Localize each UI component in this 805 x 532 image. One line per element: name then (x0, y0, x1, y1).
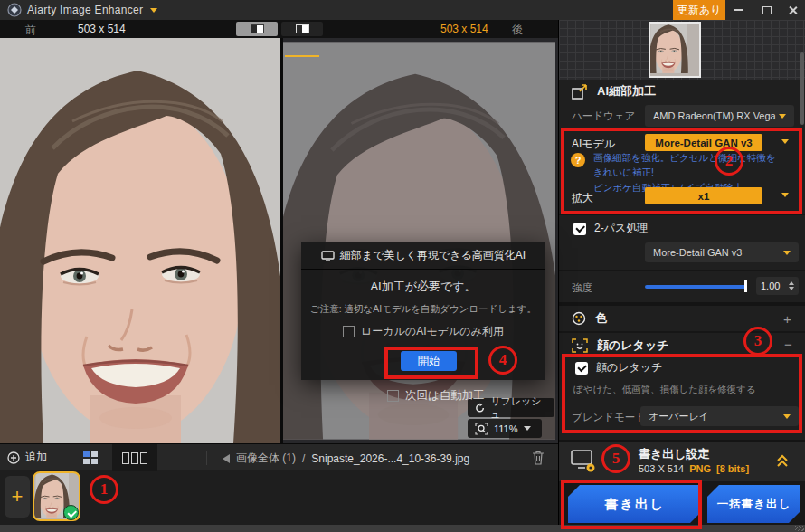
two-pass-model-dropdown[interactable]: More-Detail GAN v3 (645, 242, 799, 262)
add-image-button[interactable]: 追加 (7, 450, 47, 465)
ai-model-value-pill[interactable]: More-Detail GAN v3 (645, 134, 762, 151)
color-section-header[interactable]: 色 (572, 310, 607, 327)
two-pass-label: 2-パス処理 (594, 221, 648, 236)
export-button[interactable]: 書き出し (568, 485, 702, 523)
ai-detail-section-header[interactable]: AI細部加工 (572, 83, 656, 100)
export-settings-icon (570, 449, 597, 473)
export-settings-section[interactable]: 書き出し設定 503 X 514 PNG [8 bits] (559, 440, 805, 481)
strength-slider-thumb[interactable] (744, 280, 747, 292)
maximize-button[interactable] (754, 0, 780, 20)
dialog-header: 細部まで美しく再現できる高画質化AI (301, 242, 545, 270)
two-pass-model-value: More-Detail GAN v3 (653, 247, 742, 258)
before-size: 503 x 514 (78, 23, 126, 35)
local-model-only-checkbox[interactable] (343, 326, 355, 337)
update-available-button[interactable]: 更新あり (673, 0, 725, 20)
ai-processing-dialog: 細部まで美しく再現できる高画質化AI AI加工が必要です。 ご注意: 適切なAI… (301, 242, 545, 380)
two-pass-checkbox[interactable] (573, 223, 586, 235)
ai-detail-title: AI細部加工 (597, 83, 656, 100)
zoom-chevron-icon (524, 426, 531, 431)
section-divider (559, 270, 805, 271)
after-dim-overlay (283, 38, 558, 443)
sidebar-scrollbar[interactable] (800, 52, 804, 125)
scale-value-pill[interactable]: x1 (645, 187, 762, 204)
zoom-value: 111% (494, 423, 518, 434)
filmstrip-view-tab[interactable] (112, 444, 157, 471)
single-view-toggle[interactable] (236, 22, 278, 36)
settings-sidebar: AI細部加工 ハードウェア AMD Radeon(TM) RX Vega 11 … (558, 20, 805, 525)
spinner-arrows[interactable] (789, 281, 794, 290)
local-model-only-label: ローカルのAIモデルのみ利用 (361, 324, 504, 339)
breadcrumb: 画像全体 (1) / Snipaste_2026-...4_10-36-39.j… (223, 451, 469, 466)
face-collapse-button[interactable]: − (784, 337, 792, 352)
ai-detail-icon (572, 83, 588, 100)
spinner-down-icon[interactable] (789, 287, 794, 290)
active-view-underline (285, 55, 319, 57)
export-settings-summary: 503 X 514 PNG [8 bits] (639, 463, 749, 474)
toolbar-separator (206, 451, 207, 465)
local-model-only-checkbox-row[interactable]: ローカルのAIモデルのみ利用 (301, 324, 545, 339)
processed-check-badge (63, 505, 79, 520)
hardware-label: ハードウェア (572, 109, 635, 123)
spinner-up-icon[interactable] (789, 281, 794, 285)
minimize-icon (734, 9, 743, 11)
title-bar: Aiarty Image Enhancer 更新あり (0, 0, 805, 20)
auto-next-checkbox[interactable] (387, 390, 399, 402)
before-label: 前 (25, 23, 36, 38)
close-icon (788, 5, 798, 15)
status-bar (0, 525, 805, 532)
collapse-double-chevron-icon[interactable] (776, 454, 789, 468)
auto-next-label: 次回は自動加工 (405, 388, 485, 404)
minimize-button[interactable] (725, 0, 751, 20)
auto-next-checkbox-row[interactable]: 次回は自動加工 (387, 388, 485, 404)
face-retouch-icon (572, 338, 588, 353)
strength-slider[interactable] (645, 285, 746, 289)
face-retouch-checkbox[interactable] (575, 362, 588, 375)
grid-view-icon[interactable] (83, 451, 99, 465)
face-retouch-section-header[interactable]: 顔のレタッチ (572, 337, 669, 354)
export-size: 503 X 514 (639, 463, 684, 474)
section-divider (559, 331, 805, 333)
back-arrow-icon[interactable] (223, 454, 230, 463)
face-retouch-checkbox-label: 顔のレタッチ (596, 360, 662, 375)
split-view-toggle[interactable] (281, 22, 323, 36)
hardware-dropdown[interactable]: AMD Radeon(TM) RX Vega 11 Graph (645, 105, 794, 127)
model-help-line1: 画像細部を強化。ピクセルと微細な特徴をきれいに補正! (593, 152, 775, 177)
batch-export-button[interactable]: 一括書き出し (707, 485, 800, 523)
viewer-toolbar: 前 503 x 514 503 x 514 後 (0, 20, 558, 38)
image-canvas[interactable] (0, 38, 558, 443)
zoom-level-dropdown[interactable]: 111% (468, 419, 542, 438)
help-icon[interactable]: ? (571, 153, 585, 167)
start-button[interactable]: 開始 (401, 351, 457, 371)
add-label: 追加 (25, 450, 47, 465)
monitor-icon (321, 251, 335, 261)
breadcrumb-group[interactable]: 画像全体 (1) (236, 451, 296, 466)
palette-icon (572, 311, 586, 326)
app-window: Aiarty Image Enhancer 更新あり 前 503 x 514 5… (0, 0, 805, 532)
app-logo-icon (7, 3, 22, 17)
two-pass-checkbox-row[interactable]: 2-パス処理 (573, 221, 648, 236)
trash-icon[interactable] (532, 451, 545, 465)
app-menu-chevron-icon[interactable] (150, 8, 157, 13)
refresh-icon (475, 403, 485, 413)
scale-chevron-icon[interactable] (781, 193, 789, 197)
breadcrumb-separator: / (302, 452, 305, 465)
dialog-message: AI加工が必要です。 (301, 279, 545, 295)
maximize-icon (762, 6, 772, 14)
thumbnail-strip: + (0, 470, 558, 525)
color-expand-button[interactable]: + (783, 311, 791, 327)
strength-spinner[interactable]: 1.00 (756, 277, 799, 295)
ai-model-chevron-icon[interactable] (781, 139, 789, 144)
bottom-toolbar: 追加 画像全体 (1) / Snipaste_2026-...4_10-36-3… (0, 443, 558, 470)
breadcrumb-filename: Snipaste_2026-...4_10-36-39.jpg (311, 452, 469, 465)
blend-mode-dropdown[interactable]: オーバーレイ (640, 406, 799, 426)
close-button[interactable] (780, 0, 805, 20)
dialog-note: ご注意: 適切なAIモデルを自動ダウンロードします。 (301, 303, 545, 316)
face-retouch-checkbox-row[interactable]: 顔のレタッチ (575, 360, 662, 375)
export-button-area: 書き出し 一括書き出し (559, 481, 805, 525)
face-retouch-description: ぼやけた、低画質、損傷した顔を修復する (573, 384, 756, 396)
preview-thumbnail (649, 22, 701, 78)
resize-grip[interactable] (795, 526, 804, 531)
add-thumbnail-button[interactable]: + (5, 476, 30, 518)
after-image (283, 38, 558, 443)
split-view-icon (296, 24, 309, 33)
